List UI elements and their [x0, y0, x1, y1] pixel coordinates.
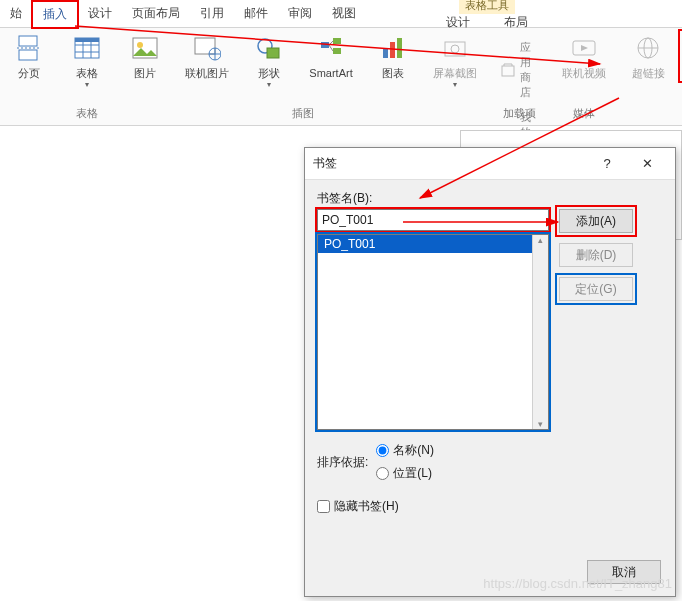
svg-rect-0: [19, 36, 37, 46]
group-media-label: 媒体: [573, 106, 595, 121]
svg-rect-15: [321, 42, 329, 48]
dialog-help-button[interactable]: ?: [587, 150, 627, 178]
svg-line-18: [329, 41, 333, 45]
svg-rect-22: [397, 38, 402, 58]
svg-rect-11: [195, 38, 215, 54]
hyperlink-button[interactable]: 超链接: [625, 32, 671, 80]
dropdown-icon: ▾: [453, 80, 457, 89]
svg-rect-23: [445, 42, 465, 56]
group-links: 超链接 书签 交叉引 链接: [619, 28, 682, 125]
online-video-label: 联机视频: [562, 67, 606, 80]
svg-rect-14: [267, 48, 279, 58]
dropdown-icon: ▾: [267, 80, 271, 89]
radio-input[interactable]: [376, 444, 389, 457]
online-picture-label: 联机图片: [185, 67, 229, 80]
picture-button[interactable]: 图片: [122, 32, 168, 80]
tab-references[interactable]: 引用: [190, 0, 234, 27]
page-break-label: 分页: [18, 67, 40, 80]
tab-start[interactable]: 始: [0, 0, 32, 27]
sort-position-radio[interactable]: 位置(L): [376, 465, 434, 482]
chart-label: 图表: [382, 67, 404, 80]
svg-rect-8: [75, 38, 99, 42]
group-addins: 应用商店 我的应用 ▾ 加载项: [490, 28, 549, 125]
tool-tab-label: 表格工具: [459, 0, 515, 14]
bookmark-name-label: 书签名(B):: [317, 190, 663, 207]
sort-name-label: 名称(N): [393, 442, 434, 459]
screenshot-button[interactable]: 屏幕截图 ▾: [426, 32, 484, 89]
group-table-label: 表格: [76, 106, 98, 121]
svg-line-19: [329, 45, 333, 51]
group-media: 联机视频 媒体: [549, 28, 619, 125]
ribbon-content: 分页 表格 ▾ 表格 图片 联机图片 形状: [0, 28, 682, 126]
bookmark-listbox[interactable]: PO_T001 ▴▾: [317, 234, 549, 430]
store-label: 应用商店: [520, 40, 539, 100]
page-break-icon: [13, 32, 45, 64]
list-item[interactable]: PO_T001: [318, 235, 548, 253]
svg-point-24: [451, 45, 459, 53]
video-icon: [568, 32, 600, 64]
screenshot-icon: [439, 32, 471, 64]
radio-input[interactable]: [376, 467, 389, 480]
hidden-bookmarks-label: 隐藏书签(H): [334, 498, 399, 515]
hidden-bookmarks-checkbox[interactable]: [317, 500, 330, 513]
svg-rect-21: [390, 42, 395, 58]
tab-page-layout[interactable]: 页面布局: [122, 0, 190, 27]
smartart-label: SmartArt: [309, 67, 352, 80]
svg-rect-25: [502, 66, 514, 76]
smartart-icon: [315, 32, 347, 64]
dialog-titlebar: 书签 ? ✕: [305, 148, 675, 180]
goto-button[interactable]: 定位(G): [559, 277, 633, 301]
hyperlink-icon: [632, 32, 664, 64]
dialog-title: 书签: [313, 155, 587, 172]
shapes-button[interactable]: 形状 ▾: [246, 32, 292, 89]
contextual-tabs: 表格工具 设计 布局: [436, 0, 538, 31]
picture-icon: [129, 32, 161, 64]
online-picture-button[interactable]: 联机图片: [178, 32, 236, 80]
bookmark-dialog: 书签 ? ✕ 书签名(B): PO_T001 ▴▾ 添加(A) 删除(D) 定位…: [304, 147, 676, 597]
store-button[interactable]: 应用商店: [496, 38, 543, 102]
online-picture-icon: [191, 32, 223, 64]
add-button[interactable]: 添加(A): [559, 209, 633, 233]
sort-label: 排序依据:: [317, 454, 368, 471]
tab-insert[interactable]: 插入: [32, 1, 78, 28]
svg-point-10: [137, 42, 143, 48]
sort-name-radio[interactable]: 名称(N): [376, 442, 434, 459]
shapes-icon: [253, 32, 285, 64]
chart-button[interactable]: 图表: [370, 32, 416, 80]
store-icon: [500, 62, 516, 78]
delete-button[interactable]: 删除(D): [559, 243, 633, 267]
hyperlink-label: 超链接: [632, 67, 665, 80]
svg-rect-20: [383, 48, 388, 58]
svg-rect-16: [333, 38, 341, 44]
group-pages: 分页: [0, 28, 58, 125]
svg-rect-1: [19, 50, 37, 60]
online-video-button[interactable]: 联机视频: [555, 32, 613, 80]
group-addins-label: 加载项: [503, 106, 536, 121]
tab-view[interactable]: 视图: [322, 0, 366, 27]
group-illustrations: 图片 联机图片 形状 ▾ SmartArt 图表 屏幕截图: [116, 28, 490, 125]
tab-design[interactable]: 设计: [78, 0, 122, 27]
group-table: 表格 ▾ 表格: [58, 28, 116, 125]
shapes-label: 形状: [258, 67, 280, 80]
table-button[interactable]: 表格 ▾: [64, 32, 110, 89]
smartart-button[interactable]: SmartArt: [302, 32, 360, 80]
chart-icon: [377, 32, 409, 64]
page-break-button[interactable]: 分页: [6, 32, 52, 80]
bookmark-name-input[interactable]: [317, 209, 549, 231]
picture-label: 图片: [134, 67, 156, 80]
dropdown-icon: ▾: [85, 80, 89, 89]
dialog-close-button[interactable]: ✕: [627, 150, 667, 178]
table-label: 表格: [76, 67, 98, 80]
cancel-button[interactable]: 取消: [587, 560, 661, 584]
screenshot-label: 屏幕截图: [433, 67, 477, 80]
scrollbar[interactable]: ▴▾: [532, 235, 548, 429]
ribbon-tabs: 始 插入 设计 页面布局 引用 邮件 审阅 视图 表格工具 设计 布局: [0, 0, 682, 28]
svg-rect-17: [333, 48, 341, 54]
table-icon: [71, 32, 103, 64]
group-illustrations-label: 插图: [292, 106, 314, 121]
sort-position-label: 位置(L): [393, 465, 432, 482]
tab-review[interactable]: 审阅: [278, 0, 322, 27]
tab-mail[interactable]: 邮件: [234, 0, 278, 27]
